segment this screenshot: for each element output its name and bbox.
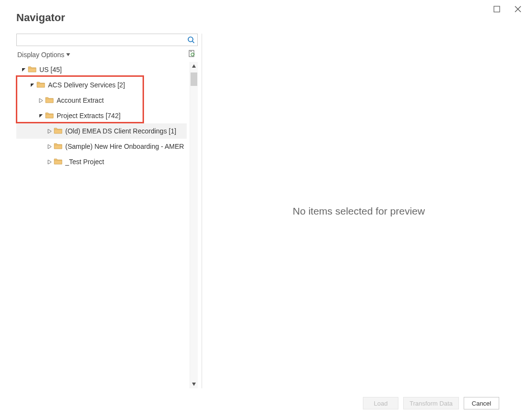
svg-marker-11 [39, 114, 43, 118]
svg-marker-15 [192, 64, 196, 68]
expand-icon[interactable] [37, 98, 44, 103]
tree-item[interactable]: _Test Project [16, 154, 187, 169]
tree-item[interactable]: ACS Delivery Services [2] [16, 77, 187, 93]
load-button[interactable]: Load [363, 397, 398, 409]
folder-icon [53, 126, 65, 136]
expand-icon[interactable] [46, 129, 53, 133]
expand-icon[interactable] [46, 144, 53, 149]
chevron-down-icon [66, 53, 70, 57]
maximize-button[interactable] [492, 4, 502, 16]
tree-item-label: Account Extract [57, 96, 104, 104]
svg-marker-14 [48, 160, 51, 164]
search-icon[interactable] [185, 34, 197, 46]
scroll-down-button[interactable] [190, 380, 198, 388]
display-options-label: Display Options [17, 51, 64, 59]
scroll-up-button[interactable] [190, 62, 198, 71]
tree-item-label: (Sample) New Hire Onboarding - AMER [65, 143, 184, 150]
folder-icon [44, 111, 57, 121]
refresh-icon[interactable] [188, 50, 196, 59]
collapse-icon[interactable] [29, 83, 36, 87]
collapse-icon[interactable] [20, 68, 27, 72]
tree-item-label: (Old) EMEA DS Client Recordings [1] [65, 127, 176, 135]
cancel-button[interactable]: Cancel [464, 397, 499, 409]
svg-marker-9 [31, 84, 34, 87]
tree-item-label: _Test Project [65, 158, 104, 166]
svg-marker-8 [22, 68, 25, 72]
tree-item[interactable]: (Sample) New Hire Onboarding - AMER [16, 139, 187, 154]
tree-item-label: ACS Delivery Services [2] [48, 81, 125, 89]
scrollbar[interactable] [190, 62, 198, 388]
transform-data-button[interactable]: Transform Data [403, 397, 459, 409]
tree-item-label: US [45] [39, 66, 62, 73]
svg-marker-12 [48, 129, 51, 133]
tree-item[interactable]: Account Extract [16, 93, 187, 108]
svg-rect-0 [494, 6, 500, 12]
close-button[interactable] [513, 4, 523, 16]
tree-item[interactable]: (Old) EMEA DS Client Recordings [1] [16, 123, 187, 139]
svg-line-4 [192, 41, 194, 43]
dialog-title: Navigator [16, 12, 513, 24]
svg-marker-13 [48, 144, 51, 149]
folder-icon [44, 96, 57, 106]
preview-pane: No items selected for preview [205, 34, 513, 388]
navigation-tree[interactable]: US [45]ACS Delivery Services [2]Account … [16, 62, 187, 388]
scroll-thumb[interactable] [191, 72, 197, 86]
tree-item[interactable]: Project Extracts [742] [16, 108, 187, 123]
search-input[interactable] [17, 34, 185, 46]
folder-icon [27, 65, 39, 75]
display-options-dropdown[interactable]: Display Options [17, 51, 70, 59]
folder-icon [36, 80, 48, 90]
folder-icon [53, 157, 65, 167]
preview-empty-message: No items selected for preview [293, 205, 425, 217]
folder-icon [53, 142, 65, 152]
search-field[interactable] [16, 34, 198, 46]
tree-item[interactable]: US [45] [16, 62, 187, 77]
svg-point-3 [188, 37, 193, 42]
expand-icon[interactable] [46, 160, 53, 164]
svg-marker-5 [66, 53, 70, 56]
tree-item-label: Project Extracts [742] [57, 112, 120, 120]
pane-divider [202, 34, 202, 388]
collapse-icon[interactable] [37, 114, 44, 118]
svg-marker-10 [39, 98, 43, 103]
svg-marker-16 [192, 383, 196, 386]
